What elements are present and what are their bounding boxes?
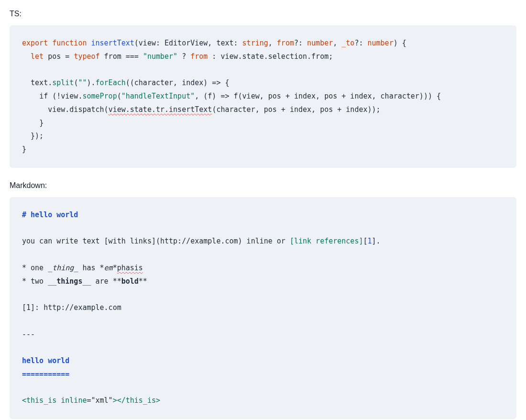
md-ref-def: [1]: http://example.com xyxy=(22,303,121,312)
sp2 xyxy=(363,39,367,47)
sp1 xyxy=(303,39,307,47)
l3-rp: ). xyxy=(87,78,95,87)
md-ref-lb: [ xyxy=(363,237,367,245)
md-h2-text: hello world xyxy=(22,356,69,365)
md-em2-open: * xyxy=(100,264,104,272)
str-number: "number" xyxy=(143,52,177,61)
l5-ind: view.dispatch( xyxy=(22,105,109,114)
l6: } xyxy=(22,119,44,127)
md-li2-a: * two xyxy=(22,277,48,286)
markdown-label: Markdown: xyxy=(10,181,516,190)
md-ref-num: 1 xyxy=(368,237,372,245)
l4-ind: if (!view. xyxy=(22,92,82,100)
xml-attrval: "xml" xyxy=(91,396,113,405)
comma1: , xyxy=(268,39,277,47)
type-string: string xyxy=(242,39,268,47)
kw-let: let xyxy=(31,52,44,61)
md-hr: --- xyxy=(22,330,35,339)
from-usage: from xyxy=(190,52,208,61)
q2: ?: xyxy=(354,39,363,47)
md-link-text-1: [with links] xyxy=(104,237,156,245)
kw-function: function xyxy=(52,39,87,47)
md-li2-e: are xyxy=(91,277,113,286)
md-h2-underline: =========== xyxy=(22,370,69,378)
kw-typeof: typeof xyxy=(74,52,99,61)
xml-attr: inline xyxy=(61,396,87,405)
md-bold-close: ** xyxy=(139,277,147,286)
xml-tag-close: this_is xyxy=(126,396,156,405)
md-strong-text: things xyxy=(56,277,82,286)
type-number2: number xyxy=(368,39,394,47)
fn-name: insertText xyxy=(91,39,134,47)
xml-close1: ></ xyxy=(113,396,126,405)
l5-rest: (character, pos + index, pos + index)); xyxy=(212,105,380,114)
md-em2-close: * xyxy=(113,264,117,272)
method-foreach: forEach xyxy=(96,78,126,87)
xml-eq: = xyxy=(87,396,91,405)
param-from: from xyxy=(277,39,294,47)
kw-export: export xyxy=(22,39,48,47)
xml-tag-open: this_is xyxy=(26,396,56,405)
l7: }); xyxy=(22,132,44,140)
rparen-brace: ) { xyxy=(394,39,406,47)
lparen: ( xyxy=(134,39,139,47)
md-h1: # hello world xyxy=(22,210,78,219)
params-left: view: EditorView, text: xyxy=(139,39,242,47)
xml-lt: < xyxy=(22,396,26,405)
md-li1-a: * one xyxy=(22,264,48,272)
str-hti: "handleTextInput" xyxy=(121,92,195,100)
str-empty: "" xyxy=(78,78,87,87)
l2-sp3: ? xyxy=(177,52,190,61)
md-em-text: thing xyxy=(52,264,74,272)
comma2: , xyxy=(333,39,341,47)
method-someprop: someProp xyxy=(82,92,117,100)
md-bold-open: ** xyxy=(113,277,121,286)
ts-code-block: export function insertText(view: EditorV… xyxy=(10,25,516,168)
md-em2-text: em xyxy=(104,264,113,272)
l4-rest: , (f) => f(view, pos + index, pos + inde… xyxy=(195,92,441,100)
err-underline: view.state.tr.insertText xyxy=(109,105,212,114)
l3-ind: text. xyxy=(22,78,52,87)
l2-sp: pos = xyxy=(44,52,74,61)
md-li1-e: has xyxy=(78,264,99,272)
md-link-url-1: (http://example.com) xyxy=(156,237,242,245)
md-p-d: inline or xyxy=(242,237,290,245)
indent xyxy=(22,52,31,61)
md-p-a: you can write text xyxy=(22,237,104,245)
l2-sp2: from === xyxy=(100,52,143,61)
type-number1: number xyxy=(307,39,333,47)
md-bold-text: bold xyxy=(121,277,139,286)
md-phasis: phasis xyxy=(117,264,143,272)
xml-gt: > xyxy=(156,396,160,405)
md-ref-rb: ]. xyxy=(372,237,381,245)
xml-sp xyxy=(56,396,61,405)
q1: ?: xyxy=(294,39,303,47)
md-strong-open: __ xyxy=(48,277,56,286)
l3-rest: ((character, index) => { xyxy=(126,78,230,87)
md-link-text-2: [link references] xyxy=(290,237,363,245)
l8: } xyxy=(22,145,26,154)
l2-rest: : view.state.selection.from; xyxy=(208,52,333,61)
md-em-open: _ xyxy=(48,264,52,272)
md-strong-close: __ xyxy=(82,277,91,286)
method-split: split xyxy=(52,78,74,87)
markdown-code-block: # hello world you can write text [with l… xyxy=(10,197,516,419)
ts-label: TS: xyxy=(10,10,516,18)
l4-lp: ( xyxy=(117,92,121,100)
param-to: _to xyxy=(341,39,354,47)
